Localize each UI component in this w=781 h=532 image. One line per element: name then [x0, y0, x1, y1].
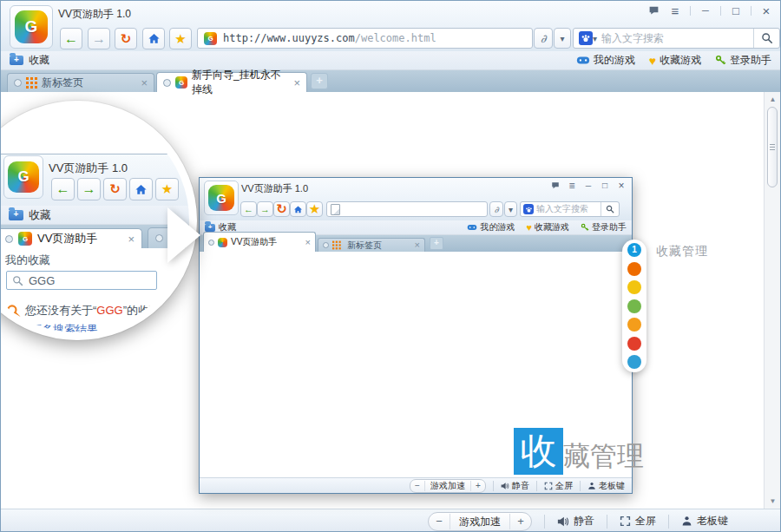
tab-close-icon[interactable]	[141, 77, 148, 89]
search-button[interactable]	[753, 29, 779, 48]
heart-icon: ♥	[526, 223, 532, 233]
mini-tab-home[interactable]: VV页游助手	[203, 232, 316, 252]
guide-step-dot[interactable]	[627, 318, 641, 332]
mini-close-button[interactable]	[616, 181, 627, 191]
mini-address-bar[interactable]	[326, 201, 488, 217]
speaker-icon	[557, 516, 569, 528]
guide-step-dot[interactable]	[627, 262, 641, 276]
feedback-icon[interactable]	[646, 4, 660, 17]
app-logo-button[interactable]: G	[10, 5, 53, 49]
mini-game-speed-control[interactable]: − 游戏加速 +	[410, 479, 486, 493]
mini-forward-button[interactable]	[257, 201, 273, 217]
mini-minimize-button[interactable]	[583, 181, 594, 191]
mini-window-title: VV页游助手 1.0	[241, 182, 308, 195]
mini-bookmark-star-button[interactable]	[306, 201, 323, 217]
watermark-rest: 藏管理	[563, 438, 644, 475]
guide-step-dot[interactable]: 1	[627, 243, 641, 257]
more-results-link: 更多搜索结果，	[30, 322, 109, 332]
scrollbar-thumb[interactable]	[767, 107, 778, 187]
new-tab-grid-icon	[332, 241, 341, 250]
speed-plus-button[interactable]: +	[510, 515, 531, 528]
scroll-up-icon[interactable]	[765, 95, 781, 103]
back-button[interactable]	[60, 28, 82, 49]
tab-close-icon[interactable]	[293, 77, 300, 89]
scrollbar[interactable]	[764, 92, 781, 509]
mini-feedback-icon[interactable]	[550, 181, 561, 191]
minimize-button[interactable]	[699, 4, 712, 17]
mini-menu-icon[interactable]	[567, 181, 577, 191]
search-icon	[12, 275, 23, 286]
mini-home-button[interactable]	[290, 201, 306, 217]
maximize-button[interactable]	[729, 4, 743, 17]
mini-maximize-button[interactable]	[600, 181, 610, 191]
forward-button[interactable]	[88, 28, 110, 49]
new-tab-grid-icon	[26, 77, 37, 89]
home-icon	[135, 183, 148, 196]
tab-close-icon[interactable]	[415, 240, 420, 250]
guide-step-dot[interactable]	[627, 337, 641, 351]
speed-plus-button[interactable]: +	[471, 481, 485, 490]
collect-games-button[interactable]: ♥ 收藏游戏	[649, 53, 701, 68]
speed-minus-button[interactable]: −	[429, 515, 450, 528]
mini-search-button[interactable]	[601, 202, 619, 216]
person-icon	[681, 516, 692, 527]
bookmark-star-button[interactable]	[169, 28, 192, 49]
add-favorite-icon[interactable]	[205, 224, 215, 232]
window-chrome: G VV页游助手 1.0 G http://www.uuyyzs.com/wel…	[1, 1, 780, 52]
new-tab-button[interactable]: +	[311, 73, 328, 89]
guide-step-dot[interactable]	[627, 280, 641, 294]
copy-link-button[interactable]	[534, 28, 553, 49]
mini-copy-link-button[interactable]	[489, 201, 503, 217]
tab-indicator-icon	[14, 79, 22, 87]
tab-indicator-icon	[155, 234, 163, 242]
my-favorites-title: 我的收藏	[5, 253, 50, 268]
mute-button[interactable]: 静音	[557, 514, 594, 529]
scroll-down-icon[interactable]	[765, 497, 781, 505]
mini-search-placeholder: 输入文字搜索	[536, 203, 601, 215]
tab-close-icon[interactable]	[305, 238, 311, 247]
boss-key-button[interactable]: 老板键	[681, 514, 728, 529]
back-button	[51, 178, 75, 200]
app-logo-button: G	[3, 155, 43, 199]
fullscreen-button[interactable]: 全屏	[620, 514, 656, 529]
mini-collect-games-button[interactable]: ♥ 收藏游戏	[526, 221, 569, 233]
guide-step-dot[interactable]	[627, 299, 641, 313]
mini-app-logo-button[interactable]: G	[204, 181, 239, 215]
home-button[interactable]	[142, 28, 165, 49]
mini-boss-key-button[interactable]: 老板键	[587, 480, 625, 492]
mini-login-helper-button[interactable]: 登录助手	[581, 221, 627, 233]
menu-icon[interactable]	[668, 4, 682, 17]
url-dropdown-button[interactable]	[554, 28, 571, 49]
mini-new-tab-button[interactable]: +	[430, 237, 443, 250]
speed-minus-button[interactable]: −	[410, 481, 424, 490]
forward-button	[77, 178, 101, 200]
search-engine-icon[interactable]	[523, 204, 534, 214]
mini-my-games-button[interactable]: 我的游戏	[467, 221, 515, 233]
address-bar[interactable]: G http://www.uuyyzs.com/welcome.html	[197, 28, 533, 49]
my-games-button[interactable]: 我的游戏	[576, 53, 635, 68]
tab-new-page[interactable]: 新标签页	[7, 73, 154, 92]
mini-search-box[interactable]: 输入文字搜索	[520, 201, 620, 217]
tab-guide[interactable]: G 新手向导_挂机永不掉线	[156, 72, 307, 92]
tab-indicator-icon	[208, 240, 214, 246]
tab-indicator-icon	[323, 242, 329, 248]
login-helper-button[interactable]: 登录助手	[715, 53, 771, 68]
favorites-label[interactable]: 收藏	[29, 53, 49, 68]
refresh-button[interactable]	[115, 28, 137, 49]
app-window: G VV页游助手 1.0 G http://www.uuyyzs.com/wel…	[0, 0, 781, 532]
guide-step-dot[interactable]	[627, 355, 641, 369]
mini-refresh-button[interactable]	[273, 201, 290, 217]
mini-tab-bar: VV页游助手 新标签页 +	[200, 235, 632, 252]
engine-dropdown-icon[interactable]	[593, 32, 597, 44]
search-engine-icon[interactable]	[579, 31, 593, 45]
mini-fullscreen-button[interactable]: 全屏	[544, 480, 573, 492]
game-speed-control[interactable]: − 游戏加速 +	[428, 512, 532, 531]
mini-tab-new-page[interactable]: 新标签页	[318, 238, 425, 252]
mini-back-button[interactable]	[240, 201, 257, 217]
mini-status-bar: − 游戏加速 + 静音 全屏 老板键	[200, 477, 632, 493]
mini-url-dropdown-button[interactable]	[504, 201, 517, 217]
mini-mute-button[interactable]: 静音	[501, 480, 529, 492]
add-favorite-icon[interactable]	[10, 56, 23, 65]
search-box[interactable]: 输入文字搜索	[573, 28, 780, 49]
close-button[interactable]	[759, 4, 773, 17]
